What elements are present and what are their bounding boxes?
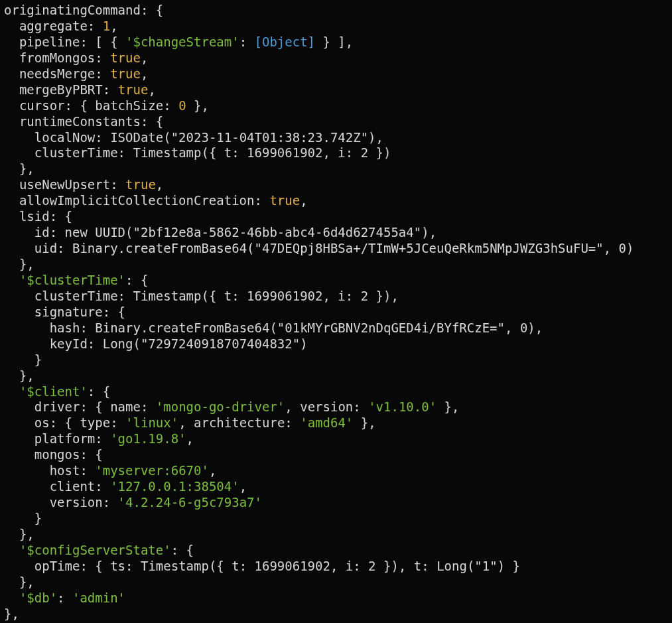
key-dollarDb: '$db'	[19, 590, 57, 605]
key-useNewUpsert: useNewUpsert	[19, 177, 110, 192]
val-platform: 'go1.19.8'	[110, 431, 186, 446]
val-true: true	[125, 177, 156, 192]
val-driver-version: 'v1.10.0'	[368, 399, 437, 414]
val-batchSize: 0	[178, 98, 186, 113]
key-mergeByPBRT: mergeByPBRT	[19, 82, 103, 97]
key-opTime: opTime	[34, 559, 80, 573]
key-uid: uid	[34, 241, 57, 255]
key-driver: driver	[34, 399, 80, 414]
key-runtimeConstants: runtimeConstants	[19, 114, 141, 129]
key-type: type	[80, 415, 110, 430]
key-cursor: cursor	[19, 98, 65, 113]
key-originatingCommand: originatingCommand	[4, 3, 141, 17]
val-true: true	[118, 82, 149, 97]
val-object: [Object]	[255, 35, 316, 49]
key-name: name	[110, 399, 141, 414]
val-dollarDb: 'admin'	[72, 590, 125, 605]
val-true: true	[269, 193, 300, 208]
key-lsid: lsid	[19, 209, 50, 224]
key-localNow: localNow	[34, 130, 96, 145]
val-os-type: 'linux'	[125, 415, 178, 430]
key-mongos: mongos	[34, 447, 80, 462]
key-architecture: architecture	[194, 415, 285, 430]
key-batchSize: batchSize	[95, 98, 163, 113]
key-needsMerge: needsMerge	[19, 66, 95, 81]
val-aggregate: 1	[103, 19, 110, 33]
key-dollarClient: '$client'	[19, 384, 88, 399]
val-client: '127.0.0.1:38504'	[110, 479, 239, 494]
key-client: client	[50, 479, 96, 494]
key-aggregate: aggregate	[19, 19, 88, 33]
key-t: t	[414, 559, 421, 573]
key-host: host	[50, 463, 80, 478]
val-clusterTime2: Timestamp({ t: 1699061902, i: 2 })	[133, 289, 391, 303]
val-keyId: Long("7297240918707404832")	[103, 336, 308, 351]
val-host: 'myserver:6670'	[95, 463, 209, 478]
val-os-arch: 'amd64'	[300, 415, 353, 430]
key-fromMongos: fromMongos	[19, 50, 95, 65]
key-os: os	[34, 415, 50, 430]
key-clusterTime2: clusterTime	[34, 289, 118, 303]
key-allowImplicit: allowImplicitCollectionCreation	[19, 193, 255, 208]
key-signature: signature	[34, 305, 103, 319]
key-keyId: keyId	[50, 336, 88, 351]
val-true: true	[110, 50, 141, 65]
val-uid: Binary.createFromBase64("47DEQpj8HBSa+/T…	[72, 241, 634, 255]
val-driver-name: 'mongo-go-driver'	[156, 399, 285, 414]
code-block: originatingCommand: { aggregate: 1, pipe…	[0, 0, 672, 623]
key-ts: ts	[110, 559, 125, 573]
key-mongos-version: version	[50, 495, 103, 510]
key-hash: hash	[50, 320, 80, 335]
val-id: new UUID("2bf12e8a-5862-46bb-abc4-6d4d62…	[65, 225, 429, 240]
key-changeStream: '$changeStream'	[125, 35, 239, 49]
key-id: id	[34, 225, 50, 240]
val-true: true	[110, 66, 141, 81]
val-t: Long("1")	[437, 559, 505, 573]
key-dollarClusterTime: '$clusterTime'	[19, 273, 125, 287]
key-pipeline: pipeline	[19, 35, 80, 49]
val-hash: Binary.createFromBase64("01kMYrGBNV2nDqG…	[95, 320, 535, 335]
key-dollarConfigServerState: '$configServerState'	[19, 543, 171, 557]
key-platform: platform	[34, 431, 96, 446]
val-clusterTime: Timestamp({ t: 1699061902, i: 2 })	[133, 145, 391, 160]
val-ts: Timestamp({ t: 1699061902, i: 2 })	[141, 559, 399, 573]
key-clusterTime: clusterTime	[34, 145, 118, 160]
val-localNow: ISODate("2023-11-04T01:38:23.742Z")	[110, 130, 375, 145]
key-version: version	[300, 399, 353, 414]
val-mongos-version: '4.2.24-6-g5c793a7'	[118, 495, 262, 510]
